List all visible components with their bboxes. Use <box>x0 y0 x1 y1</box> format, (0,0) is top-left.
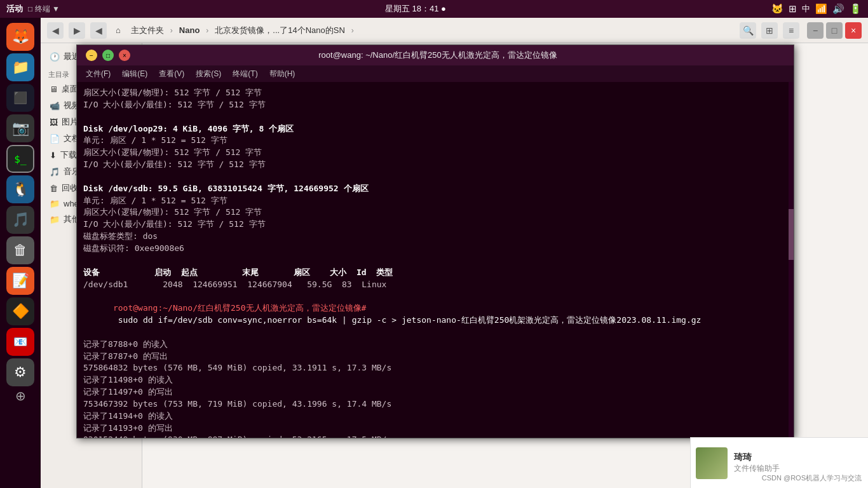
term-line-22: 记录了11497+0 的写出 <box>83 386 787 398</box>
dock: 🦊 📁 ⬛ 📷 $_ 🐧 🎵 🗑 📝 🔶 📧 ⚙ ⊕ <box>0 18 41 488</box>
music-icon: 🎵 <box>50 167 60 177</box>
term-line-0: 扇区大小(逻辑/物理): 512 字节 / 512 字节 <box>83 87 787 99</box>
terminal-menu-search[interactable]: 搜索(S) <box>191 67 226 81</box>
dock-item-email[interactable]: 📧 <box>6 328 34 356</box>
terminal-body[interactable]: 扇区大小(逻辑/物理): 512 字节 / 512 字节 I/O 大小(最小/最… <box>77 82 794 438</box>
terminal-scrollbar[interactable] <box>789 82 794 439</box>
fm-toolbar: ◀ ▶ ◀ ⌂ 主文件夹 › Nano › 北京发货镜像，...了14个Nano… <box>41 18 868 43</box>
fm-forward-button[interactable]: ▶ <box>69 22 85 39</box>
desktop-icon: 🖥 <box>50 85 58 94</box>
datetime-text: 星期五 18：41 ● <box>385 3 446 15</box>
fm-back-button[interactable]: ◀ <box>47 22 64 39</box>
fm-path-bar: ⌂ 主文件夹 › Nano › 北京发货镜像，...了14个Nano的SN › <box>112 24 735 37</box>
fm-wm-min-button[interactable]: − <box>807 22 824 39</box>
term-line-9: 单元: 扇区 / 1 * 512 = 512 字节 <box>83 195 787 207</box>
term-line-2 <box>83 111 787 123</box>
fm-path-sep1: › <box>170 26 173 35</box>
terminal-menu-view[interactable]: 查看(V) <box>154 67 189 81</box>
dock-item-camera[interactable]: 📷 <box>6 114 34 142</box>
dock-item-layers[interactable]: 🔶 <box>6 297 34 325</box>
term-line-23: 753467392 bytes (753 MB, 719 MiB) copied… <box>83 398 787 410</box>
term-line-14 <box>83 255 787 267</box>
lang-icon[interactable]: 中 <box>802 3 810 15</box>
term-line-16: /dev/sdb1 2048 124669951 124667904 59.5G… <box>83 279 787 291</box>
cat-icon[interactable]: 🐱 <box>771 3 783 15</box>
dock-item-qq[interactable]: 🐧 <box>6 175 34 203</box>
terminal-window: − □ × root@wang: ~/Nano/红白机臂250无人机激光定高，雷… <box>76 44 794 438</box>
chat-avatar <box>696 447 728 479</box>
pictures-icon: 🖼 <box>50 118 58 127</box>
other-icon: 📁 <box>50 215 60 224</box>
term-prompt-line: root@wang:~/Nano/红白机臂250无人机激光定高，雷达定位镜像# … <box>83 290 787 338</box>
terminal-title: root@wang: ~/Nano/红白机臂250无人机激光定高，雷达定位镜像 <box>130 50 745 61</box>
fm-menu-button[interactable]: ≡ <box>783 22 799 39</box>
wheel-icon: 📁 <box>50 199 60 208</box>
fm-up-button[interactable]: ◀ <box>90 22 107 39</box>
topbar-systray: 🐱 ⊞ 中 📶 🔊 🔋 <box>771 3 862 15</box>
trash-icon: 🗑 <box>50 184 58 193</box>
term-line-26: 930152448 bytes (930 MB, 887 MiB) copied… <box>83 434 787 438</box>
recent-icon: 🕐 <box>50 52 60 62</box>
downloads-icon: ⬇ <box>50 151 57 160</box>
fm-path-subfolder[interactable]: 北京发货镜像，...了14个Nano的SN <box>211 24 348 37</box>
terminal-menu-edit[interactable]: 编辑(E) <box>117 67 153 81</box>
fm-wm-close-button[interactable]: × <box>845 22 862 39</box>
terminal-menu-file[interactable]: 文件(F) <box>81 67 116 81</box>
dock-item-firefox[interactable]: 🦊 <box>6 23 34 51</box>
term-line-24: 记录了14194+0 的读入 <box>83 410 787 423</box>
fm-path-nano[interactable]: Nano <box>175 24 204 36</box>
chat-sub-label: 文件传输助手 <box>734 463 863 474</box>
activity-label[interactable]: 活动 <box>6 3 23 15</box>
fm-path-home[interactable]: 主文件夹 <box>127 24 168 37</box>
terminal-menu-terminal[interactable]: 终端(T) <box>227 67 262 81</box>
term-line-18: 记录了8788+0 的读入 <box>83 339 787 351</box>
term-line-3: Disk /dev/loop29: 4 KiB, 4096 字节, 8 个扇区 <box>83 123 787 135</box>
terminal-menubar: 文件(F) 编辑(E) 查看(V) 搜索(S) 终端(T) 帮助(H) <box>77 65 794 82</box>
dock-item-settings[interactable]: ⚙ <box>6 358 34 386</box>
term-line-7 <box>83 171 787 183</box>
terminal-minimize-button[interactable]: − <box>86 50 97 61</box>
terminal-titlebar: − □ × root@wang: ~/Nano/红白机臂250无人机激光定高，雷… <box>77 45 794 65</box>
battery-icon[interactable]: 🔋 <box>850 3 862 15</box>
term-line-10: 扇区大小(逻辑/物理): 512 字节 / 512 字节 <box>83 207 787 219</box>
term-line-20: 575864832 bytes (576 MB, 549 MiB) copied… <box>83 362 787 374</box>
term-line-12: 磁盘标签类型: dos <box>83 231 787 243</box>
dock-item-terminal[interactable]: $_ <box>6 145 34 173</box>
term-line-15: 设备 启动 起点 末尾 扇区 大小 Id 类型 <box>83 267 787 279</box>
volume-icon[interactable]: 🔊 <box>832 3 844 15</box>
dock-item-add[interactable]: ⊕ <box>6 389 34 403</box>
fm-path-home-icon[interactable]: ⌂ <box>112 24 125 36</box>
terminal-scrollbar-thumb[interactable] <box>789 209 794 260</box>
wifi-icon[interactable]: 📶 <box>815 3 827 15</box>
fm-view-button[interactable]: ⊞ <box>761 22 778 39</box>
topbar-datetime: 星期五 18：41 ● <box>385 3 446 15</box>
dock-item-obs[interactable]: ⬛ <box>6 84 34 112</box>
term-line-25: 记录了14193+0 的写出 <box>83 423 787 435</box>
term-line-6: I/O 大小(最小/最佳): 512 字节 / 512 字节 <box>83 159 787 171</box>
fm-search-button[interactable]: 🔍 <box>740 22 756 39</box>
term-prompt-text: root@wang:~/Nano/红白机臂250无人机激光定高，雷达定位镜像# <box>113 303 366 313</box>
fm-wm-max-button[interactable]: □ <box>826 22 843 39</box>
terminal-menu-help[interactable]: 帮助(H) <box>264 67 301 81</box>
terminal-maximize-button[interactable]: □ <box>102 50 114 61</box>
term-line-19: 记录了8787+0 的写出 <box>83 351 787 363</box>
dock-item-trash[interactable]: 🗑 <box>6 236 34 264</box>
dock-item-music[interactable]: 🎵 <box>6 206 34 234</box>
terminal-close-button[interactable]: × <box>119 50 130 61</box>
topbar-left: 活动 □ 终端 ▼ <box>6 3 60 15</box>
dock-item-files[interactable]: 📁 <box>6 53 34 81</box>
chat-info: 琦琦 文件传输助手 <box>734 452 863 474</box>
fm-path-sep2: › <box>206 26 208 35</box>
dock-item-notes[interactable]: 📝 <box>6 267 34 295</box>
documents-icon: 📄 <box>50 134 60 144</box>
csdn-watermark: CSDN @ROS机器人学习与交流 <box>762 473 862 483</box>
term-line-4: 单元: 扇区 / 1 * 512 = 512 字节 <box>83 135 787 147</box>
term-line-1: I/O 大小(最小/最佳): 512 字节 / 512 字节 <box>83 99 787 111</box>
term-line-8: Disk /dev/sdb: 59.5 GiB, 63831015424 字节,… <box>83 183 787 195</box>
grid-icon[interactable]: ⊞ <box>789 3 797 15</box>
fm-path-sep3: › <box>351 26 354 35</box>
term-line-5: 扇区大小(逻辑/物理): 512 字节 / 512 字节 <box>83 147 787 159</box>
chat-name: 琦琦 <box>734 452 863 463</box>
terminal-app-label[interactable]: □ 终端 ▼ <box>28 4 60 15</box>
video-icon: 📹 <box>50 101 60 111</box>
